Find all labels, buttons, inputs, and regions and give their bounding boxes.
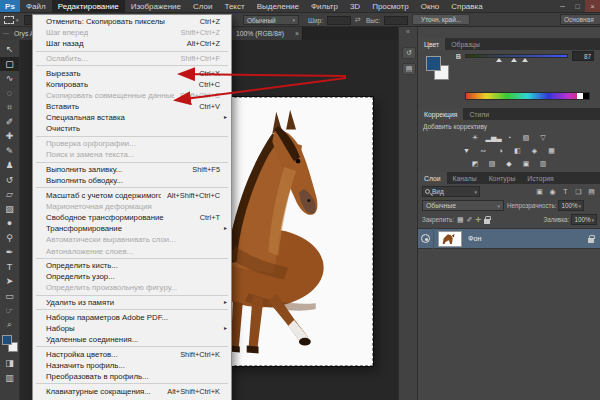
expand-dock-icon[interactable]: « <box>399 28 417 35</box>
layer-filter-dropdown[interactable]: Вид ▾ <box>422 186 480 197</box>
tool-button[interactable]: ⌕ <box>0 318 19 333</box>
tool-button[interactable]: ◌ <box>0 86 19 101</box>
tool-button[interactable]: ⚲ <box>0 231 19 246</box>
channel-slider[interactable] <box>465 54 568 58</box>
menu-item[interactable]: Свободное трансформирование Ctrl+T ▸ <box>33 212 231 223</box>
menu-item[interactable]: Настройка цветов... Shift+Ctrl+K ▸ <box>33 349 231 360</box>
panel-tab[interactable]: Коррекция <box>418 108 463 120</box>
adjustment-icon[interactable]: ∾ <box>477 146 490 156</box>
history-panel-icon[interactable]: ↺ <box>402 47 416 59</box>
tool-button[interactable]: ▭ <box>0 289 19 304</box>
tool-button[interactable]: ◨ <box>0 356 19 371</box>
panel-tab[interactable]: Цвет <box>418 38 445 50</box>
opacity-field[interactable]: 100% ▾ <box>558 200 584 211</box>
layer-filter-icon[interactable]: ❏ <box>573 186 584 197</box>
properties-panel-icon[interactable]: ▤ <box>402 63 416 75</box>
adjustment-icon[interactable]: ◑ <box>494 146 507 156</box>
refine-edge-button[interactable]: Уточн. край... <box>412 14 470 25</box>
menu-item[interactable]: Определить узор... ▸ <box>33 271 231 282</box>
menubar-item[interactable]: Файл <box>20 0 52 12</box>
tool-button[interactable]: T <box>0 260 19 275</box>
layer-filter-icon[interactable]: ▣ <box>534 186 545 197</box>
swap-dimensions-icon[interactable]: ⇄ <box>355 16 361 24</box>
tool-button[interactable]: ➤ <box>0 274 19 289</box>
menu-item[interactable]: Копировать Ctrl+C ▸ <box>33 79 231 90</box>
tool-button[interactable]: ♟ <box>0 158 19 173</box>
menu-item[interactable]: Удалить из памяти ▸ <box>33 297 231 308</box>
menu-item[interactable]: Клавиатурные сокращения... Alt+Shift+Ctr… <box>33 386 231 397</box>
adjustment-icon[interactable]: ◧ <box>511 146 524 156</box>
slider-thumb-icon[interactable] <box>522 58 528 62</box>
panel-tab[interactable]: История <box>521 172 559 184</box>
tool-button[interactable]: ☞ <box>0 303 19 318</box>
tool-button[interactable]: ↺ <box>0 173 19 188</box>
layer-visibility-cell[interactable] <box>418 228 434 249</box>
panel-tab[interactable]: Образцы <box>445 38 486 50</box>
maximize-icon[interactable]: □ <box>570 0 585 12</box>
color-spectrum-ramp[interactable] <box>465 92 590 100</box>
menu-item[interactable]: Шаг вперед Shift+Ctrl+Z ▸ <box>33 27 231 38</box>
adjustment-icon[interactable]: ▣ <box>520 159 533 169</box>
tool-button[interactable]: ▨ <box>0 202 19 217</box>
menubar-item[interactable]: Окно <box>415 0 446 12</box>
adjustment-icon[interactable]: ▥ <box>537 159 550 169</box>
tool-button[interactable]: ✐ <box>0 115 19 130</box>
height-field[interactable] <box>384 16 408 25</box>
menubar-item[interactable]: Фильтр <box>305 0 344 12</box>
menu-item[interactable]: Марионеточная деформация ▸ <box>33 201 231 212</box>
layer-filter-icon[interactable]: ◉ <box>547 186 558 197</box>
menu-item[interactable]: Выполнить заливку... Shift+F5 ▸ <box>33 164 231 175</box>
adjustment-icon[interactable]: ▽ <box>537 133 550 143</box>
panel-tab[interactable]: Стили <box>463 108 495 120</box>
adjustment-icon[interactable]: ☀ <box>469 133 482 143</box>
tool-button[interactable]: ✎ <box>0 144 19 159</box>
foreground-color-swatch[interactable] <box>2 335 12 345</box>
tool-button[interactable]: ✒ <box>0 245 19 260</box>
width-field[interactable] <box>327 16 351 25</box>
close-icon[interactable]: × <box>585 0 600 12</box>
panel-tab[interactable]: Слои <box>418 172 447 184</box>
tool-button[interactable]: ▢ <box>0 57 19 72</box>
workspace-switcher[interactable]: Основная <box>560 14 600 25</box>
menubar-item[interactable]: 3D <box>344 0 366 12</box>
tool-button[interactable]: ▥ <box>0 371 19 386</box>
channel-value[interactable]: 87 <box>572 51 594 61</box>
menu-item[interactable]: Вырезать Ctrl+X ▸ <box>33 68 231 79</box>
adjustment-icon[interactable]: ▂▅▃ <box>486 133 499 143</box>
menu-item[interactable]: Автоналожение слоев... ▸ <box>33 246 231 257</box>
menu-item[interactable]: Скопировать совмещенные данные Shift+Ctr… <box>33 90 231 101</box>
menu-item[interactable]: Трансформирование ▸ <box>33 223 231 234</box>
adjustment-icon[interactable]: ◈ <box>528 146 541 156</box>
menubar-item[interactable]: Просмотр <box>366 0 415 12</box>
tool-button[interactable]: ⌗ <box>0 100 19 115</box>
layer-filter-icon[interactable]: T <box>560 186 571 197</box>
menu-item[interactable]: Поиск и замена текста... ▸ <box>33 149 231 160</box>
menu-item[interactable]: Специальная вставка ▸ <box>33 112 231 123</box>
menubar-item[interactable]: Выделение <box>251 0 305 12</box>
tool-button[interactable]: ▱ <box>0 187 19 202</box>
image-canvas-selection[interactable] <box>224 97 373 366</box>
adjustment-icon[interactable]: ▧ <box>520 133 533 143</box>
menu-item[interactable]: Ослабить... Shift+Ctrl+F ▸ <box>33 53 231 64</box>
tool-button[interactable]: ∿ <box>0 71 19 86</box>
lock-option-icon[interactable]: ▦ <box>457 216 464 224</box>
adjustment-icon[interactable]: ▦ <box>545 146 558 156</box>
menu-item[interactable]: Преобразовать в профиль... ▸ <box>33 371 231 382</box>
tool-button[interactable]: ✚ <box>0 129 19 144</box>
menu-item[interactable]: Удаленные соединения... ▸ <box>33 334 231 345</box>
menubar-item[interactable]: Справка <box>445 0 488 12</box>
panel-tab[interactable]: Каналы <box>447 172 483 184</box>
menubar-item[interactable]: Текст <box>218 0 250 12</box>
adjustment-icon[interactable]: ▼ <box>460 146 473 156</box>
menu-item[interactable]: Автоматически выравнивать слои... ▸ <box>33 234 231 245</box>
menu-item[interactable]: Шаг назад Alt+Ctrl+Z ▸ <box>33 38 231 49</box>
lock-all-icon[interactable] <box>484 219 490 224</box>
menu-item[interactable]: Определить кисть... ▸ <box>33 260 231 271</box>
menu-item[interactable]: Проверка орфографии... ▸ <box>33 138 231 149</box>
blend-mode-select[interactable]: Обычные ▾ <box>422 200 504 211</box>
menu-item[interactable]: Наборы ▸ <box>33 323 231 334</box>
menubar-item[interactable]: Слои <box>187 0 218 12</box>
layer-filter-icon[interactable]: ▤ <box>586 186 597 197</box>
style-dropdown[interactable]: Обычный ▾ <box>243 15 299 25</box>
tool-button[interactable]: ● <box>0 216 19 231</box>
